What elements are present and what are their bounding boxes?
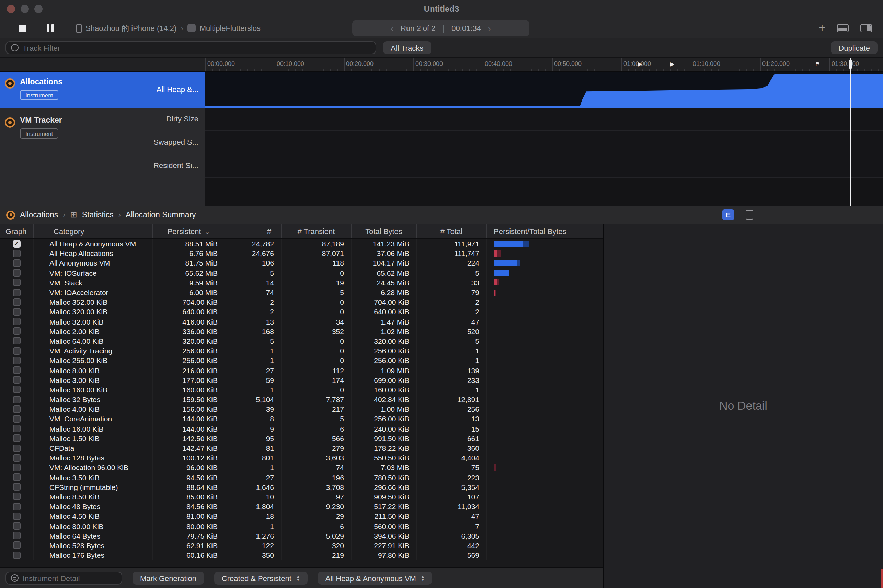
graph-checkbox[interactable] (13, 493, 20, 501)
stop-icon[interactable] (18, 24, 26, 32)
breadcrumb-allocation-summary[interactable]: Allocation Summary (126, 211, 196, 219)
table-row[interactable]: Malloc 64.00 KiB320.00 KiB50320.00 KiB5 (0, 336, 603, 346)
titlebar[interactable]: Untitled3 (0, 0, 883, 18)
table-row[interactable]: Malloc 32.00 KiB416.00 KiB13341.47 MiB47 (0, 316, 603, 326)
graph-checkbox[interactable] (13, 444, 20, 452)
graph-checkbox[interactable] (13, 298, 20, 306)
vm-swapped-size-graph[interactable] (205, 131, 883, 154)
table-row[interactable]: Malloc 528 Bytes62.91 KiB122320227.91 Ki… (0, 541, 603, 550)
table-row[interactable]: ✓All Heap & Anonymous VM88.51 MiB24,7828… (0, 239, 603, 248)
table-row[interactable]: Malloc 3.00 KiB177.00 KiB59174699.00 KiB… (0, 375, 603, 385)
next-run-button[interactable]: › (488, 23, 491, 33)
track-header-allocations[interactable]: Allocations Instrument All Heap &... (0, 72, 205, 108)
track-row-label-swapped-size[interactable]: Swapped S... (153, 138, 199, 146)
graph-checkbox[interactable] (13, 502, 20, 510)
description-pane-icon[interactable] (746, 210, 753, 219)
column-header-persistent-total[interactable]: Persistent/Total Bytes (487, 224, 603, 238)
allocations-track-graph[interactable] (205, 72, 883, 108)
column-header-category[interactable]: Category (34, 224, 153, 238)
table-row[interactable]: CFData142.47 KiB81279178.22 KiB360 (0, 443, 603, 453)
timeline-marker-icon[interactable]: ▶ (670, 61, 674, 67)
graph-checkbox[interactable] (13, 405, 20, 413)
table-row[interactable]: VM: Allocation 96.00 KiB96.00 KiB1747.03… (0, 463, 603, 472)
breadcrumb-allocations[interactable]: Allocations (20, 211, 58, 219)
graph-checkbox[interactable] (13, 260, 20, 267)
graph-checkbox[interactable] (13, 532, 20, 539)
graph-checkbox[interactable] (13, 328, 20, 335)
table-row[interactable]: All Anonymous VM81.75 MiB106118104.17 Mi… (0, 258, 603, 268)
graph-checkbox[interactable] (13, 483, 20, 491)
table-row[interactable]: Malloc 1.50 KiB142.50 KiB95566991.50 KiB… (0, 434, 603, 443)
graph-checkbox[interactable] (13, 435, 20, 442)
all-tracks-button[interactable]: All Tracks (383, 41, 431, 54)
column-header-transient[interactable]: # Transient (281, 224, 352, 238)
table-row[interactable]: Malloc 80.00 KiB80.00 KiB16560.00 KiB7 (0, 521, 603, 531)
table-row[interactable]: Malloc 32 Bytes159.50 KiB5,1047,787402.8… (0, 394, 603, 404)
lifecycle-filter-dropdown[interactable]: Created & Persistent ▲▼ (214, 572, 308, 585)
table-row[interactable]: VM: CoreAnimation144.00 KiB85256.00 KiB1… (0, 414, 603, 424)
graph-checkbox[interactable] (13, 366, 20, 374)
track-row-label-resident-size[interactable]: Resident Si... (153, 161, 199, 170)
vm-resident-size-graph[interactable] (205, 154, 883, 178)
table-row[interactable]: Malloc 320.00 KiB640.00 KiB20640.00 KiB2 (0, 307, 603, 316)
table-row[interactable]: VM: IOSurface65.62 MiB5065.62 MiB5 (0, 268, 603, 278)
graph-checkbox[interactable] (13, 522, 20, 530)
timeline-marker-icon[interactable]: ⚑ (815, 61, 820, 67)
graph-checkbox[interactable] (13, 415, 20, 423)
table-row[interactable]: Malloc 48 Bytes84.56 KiB1,8049,230517.22… (0, 501, 603, 511)
graph-checkbox[interactable] (13, 337, 20, 345)
graph-checkbox[interactable] (13, 386, 20, 393)
graph-checkbox[interactable] (13, 279, 20, 286)
allocation-table-body[interactable]: ✓All Heap & Anonymous VM88.51 MiB24,7828… (0, 239, 603, 567)
graph-checkbox[interactable] (13, 269, 20, 276)
run-navigator[interactable]: ‹ Run 2 of 2 | 00:01:34 › (352, 20, 529, 36)
column-header-count[interactable]: # (225, 224, 281, 238)
target-app-name[interactable]: MultipleFlutterslos (200, 24, 260, 32)
breadcrumb-statistics[interactable]: Statistics (82, 211, 114, 219)
table-row[interactable]: All Heap Allocations6.76 MiB24,67687,071… (0, 248, 603, 258)
track-name-vm-tracker[interactable]: VM Tracker (20, 116, 62, 124)
table-row[interactable]: Malloc 16.00 KiB144.00 KiB96240.00 KiB15 (0, 424, 603, 433)
table-row[interactable]: Malloc 176 Bytes60.16 KiB35021997.80 KiB… (0, 550, 603, 560)
graph-checkbox[interactable] (13, 425, 20, 432)
column-header-count-total[interactable]: # Total (417, 224, 487, 238)
playhead[interactable] (850, 58, 851, 206)
zoom-button[interactable] (34, 5, 42, 13)
graph-checkbox[interactable] (13, 551, 20, 559)
table-row[interactable]: Malloc 4.50 KiB81.00 KiB1829211.50 KiB47 (0, 512, 603, 521)
scope-filter-dropdown[interactable]: All Heap & Anonymous VM ▲▼ (318, 572, 432, 585)
toggle-right-pane-icon[interactable] (860, 24, 872, 32)
graph-checkbox[interactable]: ✓ (13, 240, 20, 248)
track-filter-input[interactable]: Track Filter (6, 41, 376, 54)
device-name[interactable]: Shaozhou 的 iPhone (14.2) (86, 23, 176, 33)
toggle-bottom-pane-icon[interactable] (837, 24, 849, 32)
close-button[interactable] (7, 5, 15, 13)
graph-checkbox[interactable] (13, 288, 20, 296)
instrument-detail-input[interactable]: Instrument Detail (6, 572, 122, 585)
add-instrument-icon[interactable]: + (819, 22, 825, 34)
graph-checkbox[interactable] (13, 464, 20, 471)
track-name-allocations[interactable]: Allocations (20, 78, 63, 86)
track-row-label-dirty-size[interactable]: Dirty Size (166, 115, 199, 123)
table-row[interactable]: CFString (immutable)88.64 KiB1,6463,7082… (0, 482, 603, 492)
table-row[interactable]: Malloc 160.00 KiB160.00 KiB10160.00 KiB1 (0, 385, 603, 394)
table-row[interactable]: VM: Activity Tracing256.00 KiB10256.00 K… (0, 346, 603, 356)
table-row[interactable]: VM: Stack9.59 MiB141924.45 MiB33 (0, 278, 603, 288)
column-header-graph[interactable]: Graph (0, 224, 34, 238)
table-row[interactable]: Malloc 4.00 KiB156.00 KiB392171.00 MiB25… (0, 404, 603, 414)
table-row[interactable]: Malloc 352.00 KiB704.00 KiB20704.00 KiB2 (0, 297, 603, 307)
graph-checkbox[interactable] (13, 542, 20, 549)
table-row[interactable]: Malloc 64 Bytes79.75 KiB1,2765,029394.06… (0, 531, 603, 540)
column-header-persistent[interactable]: Persistent ⌄ (153, 224, 225, 238)
graph-checkbox[interactable] (13, 250, 20, 257)
table-row[interactable]: Malloc 8.50 KiB85.00 KiB1097909.50 KiB10… (0, 492, 603, 501)
graph-checkbox[interactable] (13, 473, 20, 481)
timeline-ruler[interactable]: 00:00.00000:10.00000:20.00000:30.00000:4… (0, 58, 883, 72)
previous-run-button[interactable]: ‹ (391, 23, 394, 33)
duplicate-button[interactable]: Duplicate (831, 41, 877, 54)
pause-icon[interactable] (47, 24, 54, 32)
graph-checkbox[interactable] (13, 376, 20, 384)
vm-dirty-size-graph[interactable] (205, 108, 883, 131)
table-row[interactable]: Malloc 256.00 KiB256.00 KiB10256.00 KiB1 (0, 356, 603, 365)
extended-detail-button[interactable]: E (722, 209, 734, 220)
